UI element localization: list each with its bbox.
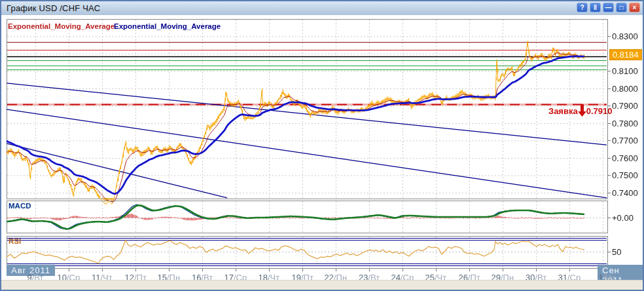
title-bar[interactable]: График USD /CHF ЧАС ? ‖ — □ ×	[1, 1, 643, 16]
price-axis-label: 0.7900	[612, 101, 638, 111]
minimize-button[interactable]: —	[603, 3, 614, 12]
order-marker[interactable]: Заявка0.7910	[548, 104, 612, 117]
close-button[interactable]: ×	[629, 3, 640, 12]
price-axis-label: 0.7600	[612, 153, 638, 163]
order-down-arrow-icon	[578, 104, 586, 117]
macd-pane-label: MACD	[9, 202, 31, 210]
price-axis-label: 0.7800	[612, 119, 638, 128]
window-buttons: ? ‖ — □ ×	[577, 3, 640, 12]
order-price: 0.7910	[586, 106, 613, 116]
status-strip	[1, 280, 643, 290]
price-axis-label: 0.7700	[612, 136, 638, 146]
order-label: Заявка	[548, 106, 578, 116]
price-axis-label: 0.8000	[612, 84, 638, 94]
price-axis-label: 0.8100	[612, 66, 638, 76]
price-axis-label: 0.7400	[612, 188, 638, 198]
chart-window: График USD /CHF ЧАС ? ‖ — □ × Exponentia…	[0, 0, 644, 291]
ema-legend-fast: Exponential_Moving_Average	[8, 22, 115, 30]
ema-legend-slow: Exponential_Moving_Average	[114, 22, 221, 30]
price-axis-label: 0.8300	[612, 31, 638, 41]
macd-zero-label: +0.00	[612, 213, 634, 223]
pause-button[interactable]: ‖	[590, 3, 601, 12]
rsi-pane-label: RSI	[9, 237, 21, 245]
chart-canvas[interactable]	[1, 15, 644, 291]
help-button[interactable]: ?	[577, 3, 588, 12]
maximize-button[interactable]: □	[616, 3, 627, 12]
current-price-tag: 0.8184	[609, 49, 642, 60]
price-axis-label: 0.7500	[612, 170, 638, 180]
rsi-mid-label: 50	[612, 247, 621, 257]
window-title: График USD /CHF ЧАС	[7, 3, 100, 13]
chart-body: Exponential_Moving_Average Exponential_M…	[1, 15, 643, 290]
